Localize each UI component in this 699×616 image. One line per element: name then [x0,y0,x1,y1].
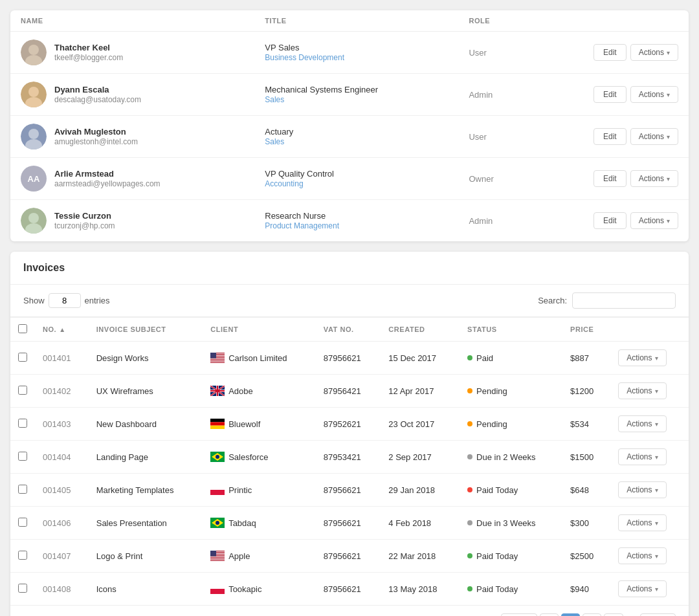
actions-button[interactable]: Actions ▾ [630,44,678,61]
user-role-cell: User [458,116,527,158]
page-2-button[interactable]: 2 [561,613,580,616]
search-label: Search: [538,296,567,305]
user-title: Research Nurse [265,211,448,221]
prev-page-button[interactable]: ‹ prev [501,613,537,616]
search-input[interactable] [572,292,676,309]
invoice-actions-button[interactable]: Actions ▾ [618,448,666,465]
col-price: PRICE [562,318,610,342]
actions-button[interactable]: Actions ▾ [630,86,678,103]
invoice-price: $534 [562,408,610,441]
invoice-status: Paid [460,342,562,375]
invoice-checkbox[interactable] [18,551,27,560]
user-title-cell: Research Nurse Product Management [254,200,458,242]
show-entries-input[interactable] [49,293,81,308]
invoice-vat: 87953421 [316,441,381,474]
invoice-actions-cell: Actions ▾ [610,474,689,507]
invoice-checkbox-cell[interactable] [10,474,35,507]
actions-button[interactable]: Actions ▾ [630,128,678,145]
svg-rect-20 [210,359,225,360]
invoice-checkbox[interactable] [18,353,27,362]
svg-rect-55 [210,558,225,559]
chevron-down-icon: ▾ [655,355,658,362]
status-dot-icon [467,520,472,525]
invoice-checkbox[interactable] [18,452,27,461]
invoice-actions-button[interactable]: Actions ▾ [618,580,666,597]
invoice-price: $887 [562,342,610,375]
invoice-checkbox[interactable] [18,419,27,428]
invoice-client: Bluewolf [203,408,316,441]
invoice-checkbox-cell[interactable] [10,408,35,441]
invoice-checkbox[interactable] [18,386,27,395]
invoice-checkbox[interactable] [18,485,27,494]
invoice-checkbox-cell[interactable] [10,573,35,606]
col-client: CLIENT [203,318,316,342]
invoice-no: 001406 [35,507,89,540]
svg-rect-54 [210,558,225,558]
col-actions-header [528,10,689,32]
user-row: Avivah Mugleston amuglestonh@intel.com A… [10,116,689,158]
user-title: Mechanical Systems Engineer [265,85,448,94]
invoice-checkbox-cell[interactable] [10,507,35,540]
invoice-actions-button[interactable]: Actions ▾ [618,382,666,399]
client-flag-icon [210,551,225,561]
user-role: Admin [469,90,493,100]
status-text: Due in 2 Weeks [476,452,536,462]
page-4-button[interactable]: 4 [604,613,623,616]
invoice-actions-button[interactable]: Actions ▾ [618,349,666,366]
user-row: Tessie Curzon tcurzonj@hp.com Research N… [10,200,689,242]
edit-button[interactable]: Edit [594,170,627,187]
invoice-created: 23 Oct 2017 [381,408,460,441]
invoice-actions-button[interactable]: Actions ▾ [618,481,666,498]
users-table: NAME TITLE ROLE Thatcher Keel tkeelf@blo… [10,10,689,241]
users-section: NAME TITLE ROLE Thatcher Keel tkeelf@blo… [10,10,689,241]
invoice-row: 001407 Logo & Print Apple 87956621 22 Ma… [10,540,689,573]
page-3-button[interactable]: 3 [582,613,601,616]
select-all-checkbox[interactable] [18,324,27,333]
edit-button[interactable]: Edit [594,86,627,103]
invoice-actions-button[interactable]: Actions ▾ [618,547,666,564]
invoice-no: 001405 [35,474,89,507]
entries-label: entries [85,296,110,305]
invoice-actions-button[interactable]: Actions ▾ [618,514,666,531]
invoice-checkbox-cell[interactable] [10,375,35,408]
status-dot-icon [467,454,472,459]
status-dot-icon [467,487,472,492]
edit-button[interactable]: Edit [594,44,627,61]
invoice-checkbox-cell[interactable] [10,342,35,375]
invoice-actions-cell: Actions ▾ [610,441,689,474]
invoice-actions-button[interactable]: Actions ▾ [618,415,666,432]
col-select-all[interactable] [10,318,35,342]
avatar [21,208,47,234]
svg-point-1 [28,45,39,55]
invoice-checkbox[interactable] [18,518,27,527]
page-1-button[interactable]: 1 [540,613,559,616]
invoice-no: 001401 [35,342,89,375]
actions-button[interactable]: Actions ▾ [630,212,678,229]
user-role: User [469,48,486,58]
invoice-checkbox-cell[interactable] [10,540,35,573]
next-page-button[interactable]: next › [640,613,676,616]
avatar [21,39,47,65]
svg-rect-35 [210,422,225,425]
invoices-title: Invoices [23,262,65,273]
actions-button[interactable]: Actions ▾ [630,170,678,187]
invoice-status: Pending [460,375,562,408]
invoice-client: Salesforce [203,441,316,474]
invoice-client: Carlson Limited [203,342,316,375]
status-text: Pending [476,386,507,396]
user-name-cell: AA Arlie Armstead aarmsteadi@yellowpages… [10,158,254,200]
edit-button[interactable]: Edit [594,128,627,145]
user-row: Dyann Escala descalag@usatoday.com Mecha… [10,74,689,116]
invoice-row: 001401 Design Works Carlson Limited 8795… [10,342,689,375]
client-name: Adobe [228,386,253,396]
invoice-subject: Marketing Templates [89,474,203,507]
invoice-checkbox[interactable] [18,584,27,593]
user-role: Owner [469,174,493,184]
col-invoice-no[interactable]: NO.▲ [35,318,89,342]
edit-button[interactable]: Edit [594,212,627,229]
svg-rect-59 [210,589,225,594]
user-role-cell: User [458,32,527,74]
invoice-checkbox-cell[interactable] [10,441,35,474]
invoice-no: 001402 [35,375,89,408]
user-actions-cell: Edit Actions ▾ [528,74,689,116]
